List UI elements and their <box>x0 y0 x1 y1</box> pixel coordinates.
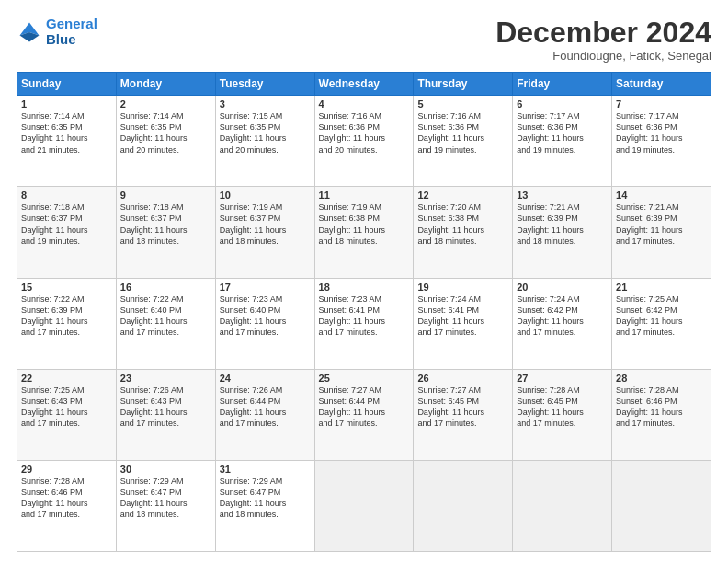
day-number: 15 <box>21 282 112 293</box>
day-info: Sunrise: 7:17 AMSunset: 6:36 PMDaylight:… <box>517 110 608 155</box>
logo-text: General Blue <box>46 17 97 47</box>
calendar-cell <box>513 460 612 551</box>
calendar-cell: 23Sunrise: 7:26 AMSunset: 6:43 PMDayligh… <box>116 369 215 460</box>
calendar-cell: 27Sunrise: 7:28 AMSunset: 6:45 PMDayligh… <box>513 369 612 460</box>
calendar-cell: 12Sunrise: 7:20 AMSunset: 6:38 PMDayligh… <box>414 187 513 278</box>
day-number: 8 <box>21 190 112 201</box>
day-number: 30 <box>120 464 211 475</box>
calendar-cell: 3Sunrise: 7:15 AMSunset: 6:35 PMDaylight… <box>215 96 314 187</box>
day-info: Sunrise: 7:29 AMSunset: 6:47 PMDaylight:… <box>220 476 311 521</box>
day-number: 18 <box>319 282 410 293</box>
day-info: Sunrise: 7:19 AMSunset: 6:38 PMDaylight:… <box>319 201 410 247</box>
day-number: 27 <box>517 373 608 384</box>
calendar-cell: 18Sunrise: 7:23 AMSunset: 6:41 PMDayligh… <box>314 278 414 369</box>
calendar-cell: 4Sunrise: 7:16 AMSunset: 6:36 PMDaylight… <box>314 96 414 187</box>
day-info: Sunrise: 7:23 AMSunset: 6:41 PMDaylight:… <box>319 293 410 339</box>
calendar-cell <box>414 460 513 551</box>
day-info: Sunrise: 7:24 AMSunset: 6:42 PMDaylight:… <box>517 293 608 339</box>
subtitle: Foundiougne, Fatick, Senegal <box>495 49 711 63</box>
calendar-cell: 21Sunrise: 7:25 AMSunset: 6:42 PMDayligh… <box>612 278 711 369</box>
day-info: Sunrise: 7:28 AMSunset: 6:46 PMDaylight:… <box>21 476 112 521</box>
calendar-cell <box>612 460 711 551</box>
weekday-header-thursday: Thursday <box>414 73 513 96</box>
day-number: 14 <box>616 190 707 201</box>
calendar-cell: 5Sunrise: 7:16 AMSunset: 6:36 PMDaylight… <box>414 96 513 187</box>
day-info: Sunrise: 7:22 AMSunset: 6:40 PMDaylight:… <box>120 293 211 339</box>
calendar-cell: 29Sunrise: 7:28 AMSunset: 6:46 PMDayligh… <box>17 460 117 551</box>
day-number: 2 <box>120 98 211 109</box>
calendar-cell: 17Sunrise: 7:23 AMSunset: 6:40 PMDayligh… <box>215 278 314 369</box>
header: General Blue December 2024 Foundiougne, … <box>17 17 711 63</box>
day-number: 1 <box>21 98 112 109</box>
weekday-header-monday: Monday <box>116 73 215 96</box>
page: General Blue December 2024 Foundiougne, … <box>0 0 728 563</box>
day-info: Sunrise: 7:29 AMSunset: 6:47 PMDaylight:… <box>120 476 211 521</box>
day-number: 3 <box>220 98 311 109</box>
day-info: Sunrise: 7:28 AMSunset: 6:46 PMDaylight:… <box>616 385 707 430</box>
day-number: 20 <box>517 282 608 293</box>
calendar-cell: 19Sunrise: 7:24 AMSunset: 6:41 PMDayligh… <box>414 278 513 369</box>
calendar-cell <box>314 460 414 551</box>
day-info: Sunrise: 7:16 AMSunset: 6:36 PMDaylight:… <box>417 110 508 155</box>
calendar-cell: 11Sunrise: 7:19 AMSunset: 6:38 PMDayligh… <box>314 187 414 278</box>
calendar-cell: 24Sunrise: 7:26 AMSunset: 6:44 PMDayligh… <box>215 369 314 460</box>
day-number: 29 <box>21 464 112 475</box>
calendar-cell: 9Sunrise: 7:18 AMSunset: 6:37 PMDaylight… <box>116 187 215 278</box>
day-number: 12 <box>417 190 508 201</box>
day-number: 16 <box>120 282 211 293</box>
day-number: 11 <box>319 190 410 201</box>
day-number: 23 <box>120 373 211 384</box>
day-info: Sunrise: 7:26 AMSunset: 6:44 PMDaylight:… <box>220 385 311 430</box>
day-number: 21 <box>616 282 707 293</box>
day-number: 25 <box>319 373 410 384</box>
calendar-cell: 7Sunrise: 7:17 AMSunset: 6:36 PMDaylight… <box>612 96 711 187</box>
calendar-cell: 30Sunrise: 7:29 AMSunset: 6:47 PMDayligh… <box>116 460 215 551</box>
day-number: 10 <box>220 190 311 201</box>
day-number: 17 <box>220 282 311 293</box>
calendar-table: SundayMondayTuesdayWednesdayThursdayFrid… <box>17 72 711 552</box>
calendar-cell: 20Sunrise: 7:24 AMSunset: 6:42 PMDayligh… <box>513 278 612 369</box>
calendar-cell: 1Sunrise: 7:14 AMSunset: 6:35 PMDaylight… <box>17 96 117 187</box>
day-info: Sunrise: 7:14 AMSunset: 6:35 PMDaylight:… <box>120 110 211 155</box>
day-info: Sunrise: 7:25 AMSunset: 6:43 PMDaylight:… <box>21 385 112 430</box>
day-info: Sunrise: 7:15 AMSunset: 6:35 PMDaylight:… <box>220 110 311 155</box>
day-number: 9 <box>120 190 211 201</box>
calendar-cell: 2Sunrise: 7:14 AMSunset: 6:35 PMDaylight… <box>116 96 215 187</box>
day-number: 28 <box>616 373 707 384</box>
day-number: 26 <box>417 373 508 384</box>
calendar-cell: 26Sunrise: 7:27 AMSunset: 6:45 PMDayligh… <box>414 369 513 460</box>
day-info: Sunrise: 7:25 AMSunset: 6:42 PMDaylight:… <box>616 293 707 339</box>
calendar-cell: 13Sunrise: 7:21 AMSunset: 6:39 PMDayligh… <box>513 187 612 278</box>
title-block: December 2024 Foundiougne, Fatick, Seneg… <box>495 17 711 63</box>
weekday-header-tuesday: Tuesday <box>215 73 314 96</box>
day-info: Sunrise: 7:18 AMSunset: 6:37 PMDaylight:… <box>120 201 211 247</box>
day-info: Sunrise: 7:18 AMSunset: 6:37 PMDaylight:… <box>21 201 112 247</box>
day-info: Sunrise: 7:19 AMSunset: 6:37 PMDaylight:… <box>220 201 311 247</box>
calendar-cell: 8Sunrise: 7:18 AMSunset: 6:37 PMDaylight… <box>17 187 117 278</box>
day-info: Sunrise: 7:21 AMSunset: 6:39 PMDaylight:… <box>616 201 707 247</box>
day-info: Sunrise: 7:28 AMSunset: 6:45 PMDaylight:… <box>517 385 608 430</box>
weekday-header-sunday: Sunday <box>17 73 117 96</box>
day-info: Sunrise: 7:17 AMSunset: 6:36 PMDaylight:… <box>616 110 707 155</box>
day-number: 24 <box>220 373 311 384</box>
day-info: Sunrise: 7:14 AMSunset: 6:35 PMDaylight:… <box>21 110 112 155</box>
logo-icon <box>17 19 42 45</box>
weekday-header-friday: Friday <box>513 73 612 96</box>
logo: General Blue <box>17 17 97 47</box>
day-info: Sunrise: 7:26 AMSunset: 6:43 PMDaylight:… <box>120 385 211 430</box>
day-info: Sunrise: 7:27 AMSunset: 6:45 PMDaylight:… <box>417 385 508 430</box>
day-number: 7 <box>616 98 707 109</box>
day-info: Sunrise: 7:21 AMSunset: 6:39 PMDaylight:… <box>517 201 608 247</box>
day-info: Sunrise: 7:22 AMSunset: 6:39 PMDaylight:… <box>21 293 112 339</box>
day-info: Sunrise: 7:20 AMSunset: 6:38 PMDaylight:… <box>417 201 508 247</box>
day-number: 5 <box>417 98 508 109</box>
weekday-header-wednesday: Wednesday <box>314 73 414 96</box>
day-number: 22 <box>21 373 112 384</box>
day-number: 31 <box>220 464 311 475</box>
day-info: Sunrise: 7:16 AMSunset: 6:36 PMDaylight:… <box>319 110 410 155</box>
calendar-cell: 25Sunrise: 7:27 AMSunset: 6:44 PMDayligh… <box>314 369 414 460</box>
weekday-header-saturday: Saturday <box>612 73 711 96</box>
day-number: 6 <box>517 98 608 109</box>
day-info: Sunrise: 7:23 AMSunset: 6:40 PMDaylight:… <box>220 293 311 339</box>
main-title: December 2024 <box>495 17 711 49</box>
